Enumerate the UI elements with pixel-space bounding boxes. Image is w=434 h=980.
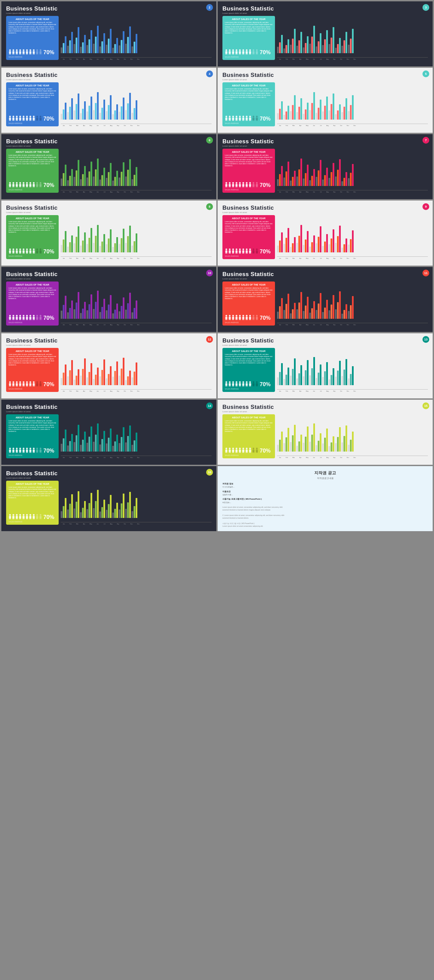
svg-rect-565: [13, 516, 14, 518]
svg-point-28: [33, 49, 35, 51]
svg-rect-518: [40, 452, 40, 453]
svg-rect-509: [33, 450, 35, 452]
svg-rect-154: [253, 119, 253, 121]
person-icon: [36, 514, 39, 521]
bar-group: [125, 26, 131, 53]
svg-rect-310: [249, 252, 250, 254]
svg-point-444: [229, 382, 231, 383]
svg-point-556: [256, 448, 258, 450]
svg-rect-586: [29, 518, 30, 519]
bar-group: [112, 304, 118, 319]
svg-rect-167: [14, 186, 14, 187]
svg-point-336: [23, 315, 24, 317]
svg-rect-330: [16, 319, 17, 320]
months-row: JanFebMarAprMayJunJulAugSepOctNovDec: [61, 324, 212, 326]
percent-label: 70%: [260, 182, 271, 188]
chart-area: JanFebMarAprMayJunJulAugSepOctNovDec: [277, 414, 428, 458]
svg-rect-458: [239, 385, 240, 387]
svg-rect-109: [33, 118, 35, 120]
svg-rect-130: [232, 119, 233, 121]
month-label: Apr: [297, 390, 303, 392]
percent-label: 70%: [260, 448, 271, 454]
svg-rect-55: [237, 53, 237, 54]
person-icon: [252, 447, 255, 454]
slide-subtitle: Lorem ipsum dolor sit amet: [6, 212, 212, 213]
person-icon: [8, 116, 11, 122]
svg-rect-553: [253, 450, 255, 452]
svg-rect-73: [253, 51, 255, 54]
person-icon: [225, 315, 228, 321]
person-icon: [29, 49, 32, 56]
svg-rect-539: [240, 452, 241, 453]
person-icon: [29, 447, 32, 454]
month-label: Nov: [129, 457, 135, 458]
bar-group: [93, 26, 99, 53]
svg-rect-550: [249, 452, 250, 453]
person-icon: [238, 315, 241, 321]
svg-rect-483: [10, 452, 11, 453]
month-label: Nov: [345, 258, 351, 259]
bar-group: [112, 171, 118, 186]
svg-rect-89: [16, 118, 18, 120]
person-icon: [252, 116, 255, 122]
svg-rect-250: [16, 252, 17, 254]
svg-point-148: [249, 116, 251, 118]
svg-rect-166: [13, 186, 13, 187]
svg-rect-341: [26, 317, 28, 319]
svg-rect-274: [36, 252, 37, 254]
bar-group: [284, 294, 289, 319]
svg-rect-459: [240, 385, 241, 387]
svg-point-296: [239, 249, 241, 250]
info-title: 지작권 공고: [222, 470, 428, 476]
person-icon: [15, 116, 18, 122]
svg-rect-510: [33, 452, 34, 453]
bar-chart: [61, 224, 212, 257]
month-label: Nov: [129, 58, 135, 60]
sales-label: ABOUT SALES OF THE YEAR: [225, 416, 273, 419]
svg-point-276: [40, 249, 41, 250]
person-icon: [22, 447, 25, 454]
bar-group: [93, 291, 99, 319]
bar-chart: [277, 92, 428, 124]
month-label: Feb: [67, 58, 73, 60]
svg-rect-258: [23, 252, 23, 254]
svg-rect-369: [232, 317, 234, 319]
svg-point-200: [225, 182, 227, 184]
bar-group: [309, 301, 315, 319]
svg-rect-363: [227, 319, 227, 320]
bar-group: [93, 159, 99, 186]
month-label: Jan: [61, 191, 67, 193]
bar-group: [106, 366, 112, 385]
svg-rect-273: [36, 250, 38, 253]
bar-group: [322, 234, 328, 252]
svg-rect-561: [9, 516, 11, 518]
person-icon: [22, 116, 25, 122]
svg-point-456: [239, 382, 241, 383]
slide-3: 4 Business Statistic Lorem ipsum dolor s…: [2, 68, 216, 133]
bar-chart: [277, 357, 428, 390]
svg-point-64: [246, 49, 247, 51]
bar-group: [119, 162, 124, 186]
svg-point-136: [239, 116, 241, 118]
bar-group: [303, 297, 308, 319]
svg-rect-277: [40, 250, 42, 253]
month-label: Mar: [74, 523, 80, 525]
lorem-text: Lorem ipsum dolor sit amet, consectetur …: [225, 354, 273, 366]
bar-group: [112, 361, 118, 385]
svg-rect-239: [257, 186, 258, 187]
bar-group: [348, 296, 354, 319]
month-label: May: [88, 457, 94, 458]
bar-group: [329, 229, 334, 252]
months-row: JanFebMarAprMayJunJulAugSepOctNovDec: [61, 390, 212, 392]
person-icon: [255, 315, 258, 321]
svg-rect-417: [23, 383, 25, 385]
person-icon: [32, 248, 35, 255]
chart-area: JanFebMarAprMayJunJulAugSepOctNovDec: [277, 16, 428, 60]
month-label: Jan: [277, 258, 283, 259]
bar-group: [99, 500, 105, 518]
svg-point-384: [246, 315, 247, 317]
lorem-text: Lorem ipsum dolor sit amet, consectetur …: [8, 487, 56, 499]
svg-rect-537: [239, 450, 241, 452]
bar-group: [303, 231, 308, 252]
svg-rect-282: [225, 252, 226, 254]
